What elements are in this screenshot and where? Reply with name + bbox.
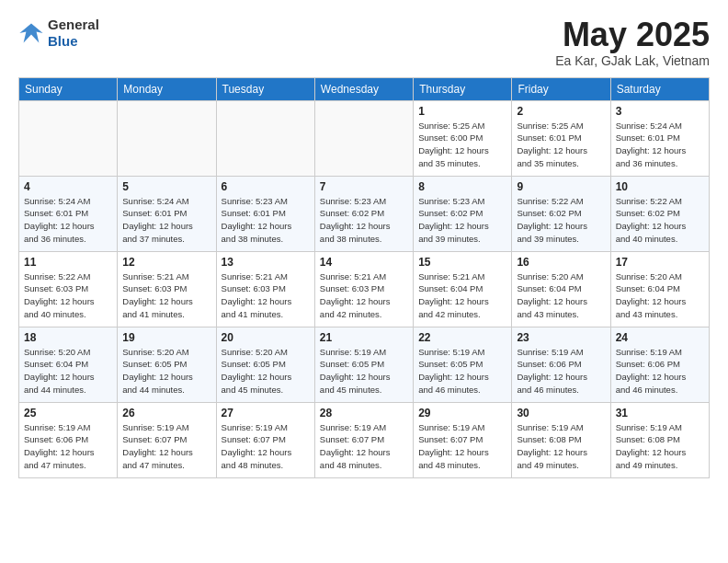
day-info: Sunrise: 5:19 AM Sunset: 6:07 PM Dayligh… xyxy=(122,421,210,472)
day-info: Sunrise: 5:19 AM Sunset: 6:07 PM Dayligh… xyxy=(320,421,408,472)
calendar-cell: 11Sunrise: 5:22 AM Sunset: 6:03 PM Dayli… xyxy=(19,251,118,327)
calendar-cell: 21Sunrise: 5:19 AM Sunset: 6:05 PM Dayli… xyxy=(314,327,413,402)
day-info: Sunrise: 5:19 AM Sunset: 6:06 PM Dayligh… xyxy=(616,346,704,396)
calendar-cell: 5Sunrise: 5:24 AM Sunset: 6:01 PM Daylig… xyxy=(118,176,216,251)
day-number: 23 xyxy=(517,331,605,344)
logo-text: General Blue xyxy=(48,17,99,50)
col-header-tuesday: Tuesday xyxy=(216,77,314,100)
calendar-cell: 3Sunrise: 5:24 AM Sunset: 6:01 PM Daylig… xyxy=(610,100,709,176)
day-info: Sunrise: 5:23 AM Sunset: 6:02 PM Dayligh… xyxy=(418,195,506,246)
day-number: 9 xyxy=(517,180,605,193)
day-info: Sunrise: 5:25 AM Sunset: 6:01 PM Dayligh… xyxy=(517,120,605,170)
day-info: Sunrise: 5:24 AM Sunset: 6:01 PM Dayligh… xyxy=(122,195,210,246)
calendar-cell: 29Sunrise: 5:19 AM Sunset: 6:07 PM Dayli… xyxy=(414,402,512,477)
calendar-cell: 6Sunrise: 5:23 AM Sunset: 6:01 PM Daylig… xyxy=(216,176,314,251)
day-number: 7 xyxy=(320,180,408,193)
day-number: 28 xyxy=(320,407,408,419)
calendar-cell: 22Sunrise: 5:19 AM Sunset: 6:05 PM Dayli… xyxy=(414,327,512,402)
day-info: Sunrise: 5:21 AM Sunset: 6:03 PM Dayligh… xyxy=(320,270,408,321)
logo-blue: Blue xyxy=(48,33,99,50)
day-number: 18 xyxy=(24,331,112,344)
col-header-monday: Monday xyxy=(118,77,216,100)
day-number: 1 xyxy=(418,105,506,118)
col-header-wednesday: Wednesday xyxy=(314,77,413,100)
calendar-cell: 25Sunrise: 5:19 AM Sunset: 6:06 PM Dayli… xyxy=(19,402,118,477)
col-header-thursday: Thursday xyxy=(414,77,512,100)
location-subtitle: Ea Kar, GJak Lak, Vietnam xyxy=(555,53,710,68)
day-info: Sunrise: 5:21 AM Sunset: 6:04 PM Dayligh… xyxy=(418,270,506,321)
day-number: 12 xyxy=(122,256,210,269)
day-number: 25 xyxy=(24,407,112,419)
header: General Blue May 2025 Ea Kar, GJak Lak, … xyxy=(18,17,710,68)
day-number: 30 xyxy=(517,407,605,419)
day-info: Sunrise: 5:19 AM Sunset: 6:05 PM Dayligh… xyxy=(418,346,506,396)
day-number: 3 xyxy=(616,105,704,118)
calendar-week-row: 4Sunrise: 5:24 AM Sunset: 6:01 PM Daylig… xyxy=(19,176,710,251)
calendar-cell: 1Sunrise: 5:25 AM Sunset: 6:00 PM Daylig… xyxy=(414,100,512,176)
calendar-cell: 23Sunrise: 5:19 AM Sunset: 6:06 PM Dayli… xyxy=(512,327,610,402)
day-number: 29 xyxy=(418,407,506,419)
calendar-cell: 24Sunrise: 5:19 AM Sunset: 6:06 PM Dayli… xyxy=(610,327,709,402)
calendar-cell: 4Sunrise: 5:24 AM Sunset: 6:01 PM Daylig… xyxy=(19,176,118,251)
calendar-week-row: 11Sunrise: 5:22 AM Sunset: 6:03 PM Dayli… xyxy=(19,251,710,327)
calendar-cell: 18Sunrise: 5:20 AM Sunset: 6:04 PM Dayli… xyxy=(19,327,118,402)
month-year-title: May 2025 xyxy=(555,17,710,53)
day-info: Sunrise: 5:22 AM Sunset: 6:02 PM Dayligh… xyxy=(616,195,704,246)
day-number: 14 xyxy=(320,256,408,269)
calendar-cell: 9Sunrise: 5:22 AM Sunset: 6:02 PM Daylig… xyxy=(512,176,610,251)
day-number: 11 xyxy=(24,256,112,269)
title-area: May 2025 Ea Kar, GJak Lak, Vietnam xyxy=(555,17,710,68)
calendar-cell: 10Sunrise: 5:22 AM Sunset: 6:02 PM Dayli… xyxy=(610,176,709,251)
day-number: 16 xyxy=(517,256,605,269)
day-number: 2 xyxy=(517,105,605,118)
calendar-cell xyxy=(19,100,118,176)
day-number: 15 xyxy=(418,256,506,269)
day-info: Sunrise: 5:19 AM Sunset: 6:07 PM Dayligh… xyxy=(418,421,506,472)
col-header-saturday: Saturday xyxy=(610,77,709,100)
day-number: 19 xyxy=(122,331,210,344)
page: General Blue May 2025 Ea Kar, GJak Lak, … xyxy=(0,0,728,563)
day-number: 13 xyxy=(222,256,310,269)
calendar-cell: 27Sunrise: 5:19 AM Sunset: 6:07 PM Dayli… xyxy=(216,402,314,477)
day-number: 6 xyxy=(222,180,310,193)
calendar-header-row: SundayMondayTuesdayWednesdayThursdayFrid… xyxy=(19,77,710,100)
logo-general: General xyxy=(48,17,99,33)
day-number: 24 xyxy=(616,331,704,344)
calendar-cell xyxy=(118,100,216,176)
calendar-cell: 26Sunrise: 5:19 AM Sunset: 6:07 PM Dayli… xyxy=(118,402,216,477)
calendar-table: SundayMondayTuesdayWednesdayThursdayFrid… xyxy=(18,77,710,478)
day-info: Sunrise: 5:23 AM Sunset: 6:01 PM Dayligh… xyxy=(222,195,310,246)
day-number: 31 xyxy=(616,407,704,419)
day-info: Sunrise: 5:23 AM Sunset: 6:02 PM Dayligh… xyxy=(320,195,408,246)
calendar-week-row: 25Sunrise: 5:19 AM Sunset: 6:06 PM Dayli… xyxy=(19,402,710,477)
day-number: 26 xyxy=(122,407,210,419)
calendar-cell: 8Sunrise: 5:23 AM Sunset: 6:02 PM Daylig… xyxy=(414,176,512,251)
day-info: Sunrise: 5:19 AM Sunset: 6:08 PM Dayligh… xyxy=(517,421,605,472)
calendar-cell xyxy=(314,100,413,176)
day-info: Sunrise: 5:20 AM Sunset: 6:05 PM Dayligh… xyxy=(122,346,210,396)
col-header-friday: Friday xyxy=(512,77,610,100)
day-number: 4 xyxy=(24,180,112,193)
day-info: Sunrise: 5:20 AM Sunset: 6:04 PM Dayligh… xyxy=(517,270,605,321)
day-info: Sunrise: 5:19 AM Sunset: 6:08 PM Dayligh… xyxy=(616,421,704,472)
day-number: 8 xyxy=(418,180,506,193)
logo: General Blue xyxy=(18,17,99,50)
day-info: Sunrise: 5:20 AM Sunset: 6:04 PM Dayligh… xyxy=(616,270,704,321)
day-number: 17 xyxy=(616,256,704,269)
calendar-cell: 14Sunrise: 5:21 AM Sunset: 6:03 PM Dayli… xyxy=(314,251,413,327)
calendar-cell: 13Sunrise: 5:21 AM Sunset: 6:03 PM Dayli… xyxy=(216,251,314,327)
calendar-cell: 20Sunrise: 5:20 AM Sunset: 6:05 PM Dayli… xyxy=(216,327,314,402)
calendar-cell: 7Sunrise: 5:23 AM Sunset: 6:02 PM Daylig… xyxy=(314,176,413,251)
day-info: Sunrise: 5:24 AM Sunset: 6:01 PM Dayligh… xyxy=(24,195,112,246)
day-info: Sunrise: 5:24 AM Sunset: 6:01 PM Dayligh… xyxy=(616,120,704,170)
day-info: Sunrise: 5:22 AM Sunset: 6:03 PM Dayligh… xyxy=(24,270,112,321)
calendar-cell: 19Sunrise: 5:20 AM Sunset: 6:05 PM Dayli… xyxy=(118,327,216,402)
day-number: 27 xyxy=(222,407,310,419)
day-info: Sunrise: 5:25 AM Sunset: 6:00 PM Dayligh… xyxy=(418,120,506,170)
day-number: 10 xyxy=(616,180,704,193)
day-info: Sunrise: 5:19 AM Sunset: 6:06 PM Dayligh… xyxy=(24,421,112,472)
day-info: Sunrise: 5:22 AM Sunset: 6:02 PM Dayligh… xyxy=(517,195,605,246)
calendar-cell xyxy=(216,100,314,176)
calendar-cell: 31Sunrise: 5:19 AM Sunset: 6:08 PM Dayli… xyxy=(610,402,709,477)
svg-marker-0 xyxy=(19,24,42,43)
